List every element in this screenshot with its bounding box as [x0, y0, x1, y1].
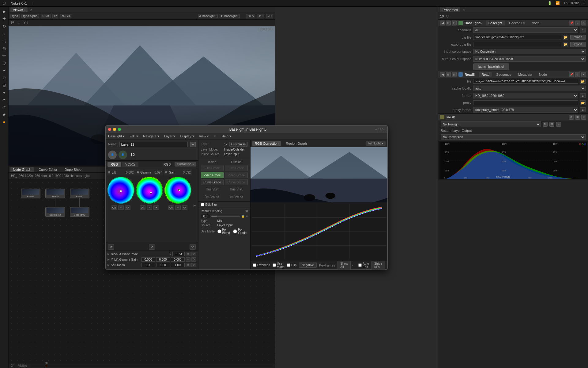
curve-grade-outside-btn[interactable]: Curve Grade [225, 179, 248, 185]
no-truelight-select[interactable]: No Truelight [441, 121, 541, 127]
read8-icon-3[interactable]: ⊟ [452, 72, 457, 77]
input-a-dropdown[interactable]: A Baselight6 [198, 14, 218, 18]
toolbar-icon-13[interactable]: ✂ [1, 96, 8, 103]
tab-curve-editor[interactable]: Curve Editor [36, 167, 60, 172]
node-box-read4[interactable]: Read4 [45, 189, 65, 198]
color-mode-dropdown[interactable]: RGB [41, 14, 51, 18]
file-input[interactable] [473, 79, 578, 84]
sat-input-2[interactable] [156, 263, 170, 267]
film-grade-outside-btn[interactable]: Film Grade [225, 165, 248, 171]
curve-area[interactable] [251, 202, 387, 261]
launch-btn[interactable]: launch baselight ui [473, 63, 509, 70]
gamma-gain-ctrl-1[interactable]: ≡ [186, 257, 190, 262]
bw-expand-icon[interactable]: ▶ [107, 252, 110, 255]
properties-tab[interactable]: Properties [440, 7, 460, 12]
tab-rgb[interactable]: RGB [107, 162, 121, 167]
for-blend-radio[interactable] [217, 229, 221, 233]
channels-dropdown[interactable]: rgba [10, 14, 20, 18]
file-folder-icon[interactable]: 📂 [580, 79, 586, 84]
sat-ctrl-1[interactable]: ≡ [186, 263, 190, 267]
for-grade-radio[interactable] [233, 229, 237, 233]
blend-expand-icon[interactable]: ≡ [246, 215, 247, 218]
srgb-icon-1[interactable]: ⟳ [569, 115, 574, 120]
negative-btn[interactable]: Negative [299, 263, 316, 268]
gain-btn-reset[interactable]: ⟳ [182, 205, 187, 210]
node-icon-close-prop[interactable]: ✕ [581, 21, 586, 25]
toolbar-icon-9[interactable]: ✦ [1, 67, 8, 74]
result-blending-icon[interactable]: ⊞ [245, 209, 248, 213]
sat-input-3[interactable] [171, 263, 185, 267]
menu-baselight[interactable]: Baselight ▾ [108, 134, 125, 138]
use-matte-checkbox[interactable] [273, 263, 276, 267]
tab-baselight-props[interactable]: Baselight [486, 21, 505, 25]
blend-value-input[interactable] [201, 214, 210, 218]
gamma-btn-bars[interactable]: ≡ [147, 205, 152, 210]
read8-icon-pin[interactable]: 📌 [569, 72, 574, 77]
toolbar-icon-14[interactable]: ⟳ [1, 104, 8, 110]
gamma-btn-reset[interactable]: ⟳ [153, 205, 159, 210]
export-blg-input[interactable] [473, 42, 561, 47]
ip-btn[interactable]: IP [52, 14, 58, 18]
menu-display[interactable]: Display ▾ [180, 134, 194, 138]
tab-ycbcr[interactable]: YCbCr [122, 162, 138, 167]
tab-region-graph[interactable]: Region Graph [283, 141, 309, 146]
truelight-icon-1[interactable]: ⊞ [549, 122, 554, 127]
node-box-baselight3[interactable]: Baselight3 [70, 207, 89, 217]
sat-input-1[interactable] [141, 263, 155, 267]
reload-btn[interactable]: reload [570, 35, 586, 40]
extended-toggle[interactable]: Extended [253, 263, 270, 267]
dimension-btn[interactable]: 2D [266, 14, 273, 18]
gamma-gain-input-3[interactable] [171, 257, 185, 262]
bw-end-input[interactable] [172, 252, 185, 256]
tab-read[interactable]: Read [479, 72, 492, 77]
tab-node-read8[interactable]: Node [537, 72, 549, 77]
for-grade-label[interactable]: For Grade [233, 228, 247, 235]
edit-blur-label[interactable]: Edit Blur [201, 203, 248, 206]
close-button[interactable] [108, 128, 111, 131]
proxy-icon[interactable]: 📂 [580, 100, 586, 105]
avatar-1[interactable]: 👤 [108, 151, 117, 159]
tab-metadata[interactable]: Metadata [516, 72, 535, 77]
lift-btn-reset[interactable]: ⟳ [125, 205, 130, 210]
show-all-btn[interactable]: Show All [337, 261, 351, 270]
node-icon-1[interactable]: ◀ [440, 21, 445, 25]
gamma-btn-on[interactable]: On [140, 205, 145, 210]
proxy-input[interactable] [473, 100, 578, 105]
proxy-format-select[interactable]: root.proxy_format 1024x77B [473, 107, 578, 113]
toolbar-icon-12[interactable]: ♦ [1, 89, 8, 96]
blend-slider[interactable] [211, 216, 240, 217]
lift-btn-bars[interactable]: ≡ [118, 205, 124, 210]
lift-reset-btn[interactable]: ⟳ [108, 244, 114, 250]
customise-btn-mid[interactable]: Customise [229, 142, 248, 147]
clip-checkbox[interactable] [287, 263, 290, 267]
srgb-icon-3[interactable]: ✕ [581, 115, 586, 120]
clip-toggle[interactable]: Clip [287, 263, 296, 267]
node-icon-pin[interactable]: 📌 [569, 21, 574, 25]
toolbar-icon-16[interactable]: ● [1, 118, 8, 125]
bw-ctrl-1[interactable]: ≡ [186, 252, 190, 256]
input-cs-select[interactable]: No Conversion [473, 49, 586, 54]
input-b-dropdown[interactable]: B Baselight5 [220, 14, 240, 18]
node-box-baselight2[interactable]: Baselight2 [45, 207, 65, 217]
lift-btn-on[interactable]: On [111, 205, 117, 210]
gamma-gain-expand[interactable]: ▶ [107, 258, 110, 261]
layer-btn-add[interactable]: + [190, 142, 196, 147]
blg-file-folder-icon[interactable]: 📂 [563, 35, 568, 40]
viewer-tab[interactable]: Viewer1 [10, 7, 28, 12]
menu-view[interactable]: View ▾ [199, 134, 209, 138]
format-select[interactable]: HD_1080 1920x1080 [473, 93, 578, 98]
auto-edit-checkbox[interactable] [358, 263, 362, 267]
gamma-gain-input-1[interactable] [141, 257, 155, 262]
extended-checkbox[interactable] [253, 263, 256, 267]
customise-btn[interactable]: Customise ▾ [175, 162, 196, 167]
gain-btn-on[interactable]: On [168, 205, 174, 210]
use-matte-toggle[interactable]: Use Matte [273, 262, 285, 269]
blend-lock-icon[interactable]: 🔒 [241, 215, 245, 218]
gamma-reset-btn[interactable]: ⟳ [149, 244, 155, 250]
toolbar-icon-15[interactable]: ★ [1, 111, 8, 118]
lift-wheel[interactable] [107, 177, 134, 204]
bw-ctrl-2[interactable]: ⟳ [191, 252, 196, 256]
tab-node-props[interactable]: Node [529, 21, 542, 25]
export-btn[interactable]: export [570, 42, 586, 47]
stripe-kfs-btn[interactable]: Stripe KFs [371, 261, 385, 270]
